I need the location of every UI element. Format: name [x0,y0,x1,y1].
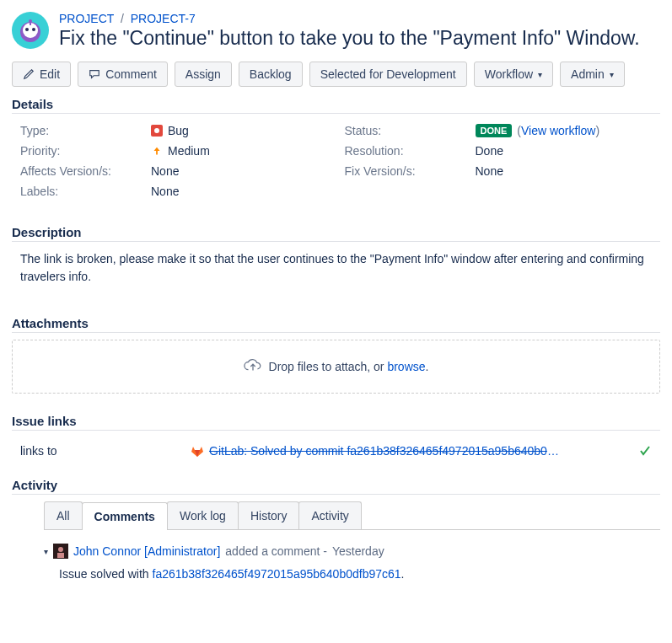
assign-label: Assign [185,67,221,81]
affects-value: None [151,164,179,178]
gitlab-icon [191,444,204,458]
issue-title: Fix the "Continue" button to take you to… [59,27,640,50]
comment-author-link[interactable]: John Connor [Administrator] [73,544,220,558]
comment-body-suffix: . [401,567,405,581]
comment-label: Comment [105,67,157,81]
tab-worklog[interactable]: Work log [167,501,239,529]
issue-links-heading: Issue links [12,414,660,431]
labels-value: None [151,185,179,198]
priority-up-icon [151,145,163,157]
tab-comments[interactable]: Comments [82,502,168,530]
backlog-label: Backlog [250,67,292,81]
selected-for-dev-button[interactable]: Selected for Development [309,62,467,87]
workflow-label: Workflow [485,67,533,81]
attachments-heading: Attachments [12,316,660,333]
linked-issue-link[interactable]: GitLab: Solved by commit fa261b38f326465… [209,444,563,458]
tab-history[interactable]: History [238,501,300,529]
avatar-icon [17,17,44,44]
type-label: Type: [20,124,151,137]
caret-down-icon: ▾ [538,70,542,79]
details-heading: Details [12,97,660,114]
pencil-icon [23,68,35,80]
caret-down-icon: ▾ [610,70,614,79]
resolution-label: Resolution: [345,144,476,158]
comment-suffix: added a comment - [225,544,327,558]
admin-dropdown[interactable]: Admin ▾ [560,62,625,87]
breadcrumb-issue-link[interactable]: PROJECT-7 [131,12,196,25]
priority-label: Priority: [20,144,151,158]
description-body: The link is broken, please make it so th… [12,249,660,303]
edit-button[interactable]: Edit [12,62,71,87]
fix-value: None [476,164,503,178]
svg-rect-8 [57,553,64,558]
comment-time: Yesterday [332,544,384,558]
svg-point-4 [29,19,32,23]
user-avatar [53,544,68,559]
backlog-button[interactable]: Backlog [239,62,303,87]
description-heading: Description [12,225,660,242]
bug-icon [151,125,163,137]
edit-label: Edit [40,67,60,81]
svg-point-3 [32,28,35,31]
comment-item: ▾ John Connor [Administrator] added a co… [44,544,660,581]
svg-point-7 [58,547,63,552]
commit-link[interactable]: fa261b38f326465f4972015a95b640b0dfb97c61 [153,567,401,581]
view-workflow-link[interactable]: View workflow [521,124,595,137]
comment-button[interactable]: Comment [78,62,168,87]
labels-label: Labels: [20,185,151,198]
attachments-dropzone[interactable]: Drop files to attach, or browse. [12,340,660,394]
fix-label: Fix Version/s: [345,164,476,178]
affects-label: Affects Version/s: [20,164,151,178]
type-value: Bug [168,124,189,137]
browse-link[interactable]: browse [387,360,425,373]
drop-text: Drop files to attach, or [269,360,388,373]
toolbar: Edit Comment Assign Backlog Selected for… [12,62,660,87]
comment-icon [89,68,100,80]
status-label: Status: [345,124,476,137]
selected-label: Selected for Development [320,67,456,81]
admin-label: Admin [571,67,605,81]
project-avatar [12,12,49,49]
breadcrumb: PROJECT / PROJECT-7 [59,12,640,25]
status-badge: DONE [476,124,513,137]
link-relation-label: links to [20,444,180,458]
priority-value: Medium [168,144,210,158]
svg-point-2 [25,28,29,31]
activity-heading: Activity [12,478,660,495]
check-icon [638,444,652,458]
tab-all[interactable]: All [44,501,83,529]
tab-activity[interactable]: Activity [298,501,361,529]
activity-tabs: All Comments Work log History Activity [44,501,660,530]
resolution-value: Done [476,144,503,158]
assign-button[interactable]: Assign [175,62,232,87]
comment-body-prefix: Issue solved with [59,567,153,581]
upload-cloud-icon [244,357,262,376]
workflow-dropdown[interactable]: Workflow ▾ [474,62,553,87]
collapse-icon[interactable]: ▾ [44,547,48,556]
issue-link-row: links to GitLab: Solved by commit fa261b… [12,437,660,464]
breadcrumb-project-link[interactable]: PROJECT [59,12,114,25]
